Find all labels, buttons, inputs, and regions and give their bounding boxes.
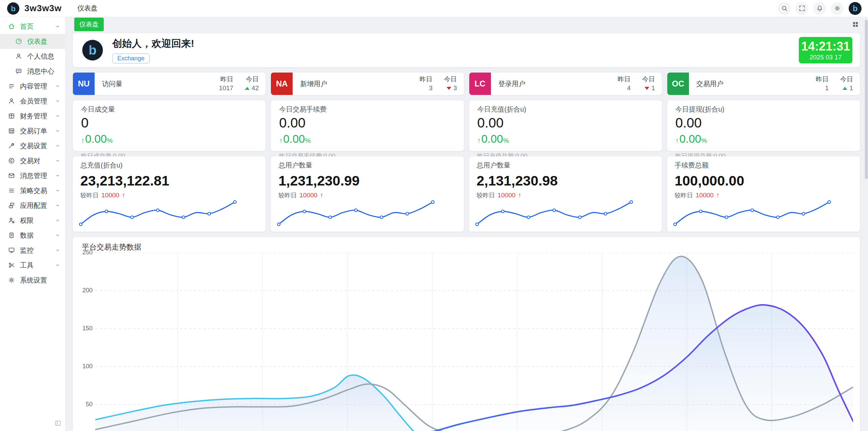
home-icon [8, 23, 15, 30]
welcome-card: b 创始人，欢迎回来! Exchange 14:21:31 2025 03 17 [73, 33, 860, 67]
svg-text:b: b [88, 43, 96, 57]
copyright-icon [8, 157, 15, 164]
today-card-value: 0.00 [477, 116, 654, 130]
user-avatar[interactable]: b [848, 2, 862, 15]
y-axis-tick: 150 [73, 325, 93, 332]
wrench-icon [8, 142, 15, 150]
sidebar-item-10[interactable]: 权限 [0, 213, 65, 228]
sidebar-item-4[interactable]: 交易订单 [0, 123, 65, 138]
stat-code-badge: NU [73, 73, 95, 95]
sidebar-item-label: 交易设置 [20, 141, 47, 151]
stat-code-badge: OC [667, 73, 689, 95]
stat-yesterday: 昨日1017 [219, 76, 233, 92]
sidebar-subitem-label: 个人信息 [27, 52, 54, 61]
list-icon [8, 82, 15, 90]
search-icon [781, 5, 788, 12]
sidebar-subitem-0-1[interactable]: 个人信息 [0, 49, 65, 64]
today-card-value: 0.00 [675, 116, 852, 130]
user-icon [8, 97, 15, 105]
stat-card-label: 登录用户 [498, 79, 526, 89]
sidebar-item-label: 内容管理 [20, 82, 47, 91]
clock-time: 14:21:31 [799, 40, 852, 53]
today-card-3: 今日提现(折合u)0.00↑0.00%昨日提现总额:0.00 [667, 100, 860, 151]
trend-chart-card: 平台交易走势数据 25020015010050 [73, 237, 860, 431]
chevron-down-icon [55, 262, 60, 268]
sidebar-item-13[interactable]: 工具 [0, 258, 65, 273]
y-axis-tick: 50 [73, 401, 93, 408]
sidebar-collapse-icon[interactable] [54, 419, 62, 427]
trend-chart[interactable] [95, 253, 853, 431]
sidebar-item-7[interactable]: 消息管理 [0, 168, 65, 183]
sidebar-item-9[interactable]: 应用配置 [0, 198, 65, 213]
sidebar-item-5[interactable]: 交易设置 [0, 138, 65, 153]
stat-today: 今日1 [642, 76, 655, 92]
chevron-down-icon [55, 248, 60, 253]
chevron-down-icon [55, 113, 60, 119]
chevron-down-icon [55, 203, 60, 208]
stack-icon [8, 202, 15, 209]
search-button[interactable] [778, 2, 791, 15]
sidebar-subitem-label: 仪表盘 [27, 37, 47, 46]
today-card-percent: ↑0.00% [477, 133, 654, 145]
sidebar-item-label: 数据 [20, 231, 34, 240]
total-card-label: 总用户数量 [477, 161, 654, 170]
wallet-icon [8, 112, 15, 120]
today-card-label: 今日提现(折合u) [675, 105, 852, 114]
trend-up-icon [245, 87, 250, 90]
usergear-icon [8, 217, 15, 224]
gear-icon [834, 5, 841, 12]
total-cards-row: 总充值(折合u)23,213,122.81较昨日10000↑总用户数量1,231… [73, 156, 860, 232]
total-card-label: 总用户数量 [278, 161, 456, 170]
sidebar-item-label: 消息管理 [20, 171, 47, 180]
exchange-badge[interactable]: Exchange [112, 54, 150, 63]
stat-card-na: NA新增用户昨日3今日3 [271, 73, 463, 95]
stat-code-badge: LC [469, 73, 491, 95]
sidebar-item-6[interactable]: 交易对 [0, 153, 65, 168]
mail-icon [8, 172, 15, 179]
sidebar-item-11[interactable]: 数据 [0, 228, 65, 243]
chevron-down-icon [55, 98, 60, 104]
sidebar-item-1[interactable]: 内容管理 [0, 79, 65, 94]
gear-icon [8, 276, 15, 284]
gauge-icon [15, 38, 22, 45]
sidebar: 首页仪表盘个人信息消息中心内容管理会员管理财务管理交易订单交易设置交易对消息管理… [0, 17, 65, 431]
brand[interactable]: b 3w3w3w [0, 2, 62, 15]
chevron-down-icon [55, 233, 60, 238]
bell-icon [816, 5, 823, 12]
fullscreen-button[interactable] [795, 2, 808, 15]
stat-yesterday: 昨日4 [618, 76, 631, 92]
topnav-dashboard[interactable]: 仪表盘 [77, 4, 98, 13]
stat-card-label: 访问量 [102, 79, 122, 89]
chat-icon [15, 67, 22, 75]
today-card-percent: ↑0.00% [81, 133, 257, 145]
total-card-value: 2,131,230.98 [477, 174, 654, 188]
notifications-button[interactable] [813, 2, 826, 15]
layout-grid-icon[interactable] [852, 21, 859, 28]
sidebar-item-12[interactable]: 监控 [0, 243, 65, 258]
clock-widget: 14:21:31 2025 03 17 [799, 37, 852, 63]
today-card-0: 今日成交量0↑0.00%昨日成交量:0.00 [73, 100, 265, 151]
svg-text:b: b [11, 4, 16, 13]
sidebar-item-label: 系统设置 [20, 276, 47, 285]
monitor-icon [8, 247, 15, 254]
sidebar-item-14[interactable]: 系统设置 [0, 273, 65, 288]
tab-dashboard-chip[interactable]: 仪表盘 [74, 18, 104, 31]
settings-button[interactable] [831, 2, 844, 15]
sidebar-item-3[interactable]: 财务管理 [0, 109, 65, 123]
total-card-label: 总充值(折合u) [80, 161, 258, 170]
today-card-1: 今日交易手续费0.00↑0.00%昨日交易手续费:0.00 [271, 100, 463, 151]
sidebar-item-0[interactable]: 首页 [0, 19, 65, 34]
total-card-0: 总充值(折合u)23,213,122.81较昨日10000↑ [73, 156, 265, 232]
chevron-down-icon [55, 173, 60, 178]
stat-card-oc: OC交易用户昨日1今日1 [667, 73, 860, 95]
app-logo: b [7, 2, 20, 15]
page-scrollbar[interactable] [865, 20, 868, 179]
sparkline-chart [474, 196, 634, 230]
today-card-2: 今日充值(折合u)0.00↑0.00%昨日充值总额:0.00 [469, 100, 662, 151]
chevron-down-icon [55, 128, 60, 134]
welcome-title: 创始人，欢迎回来! [112, 37, 194, 51]
sidebar-subitem-0-0[interactable]: 仪表盘 [0, 34, 65, 49]
sidebar-item-8[interactable]: 策略交易 [0, 183, 65, 198]
sidebar-subitem-0-2[interactable]: 消息中心 [0, 64, 65, 79]
sidebar-item-2[interactable]: 会员管理 [0, 94, 65, 109]
